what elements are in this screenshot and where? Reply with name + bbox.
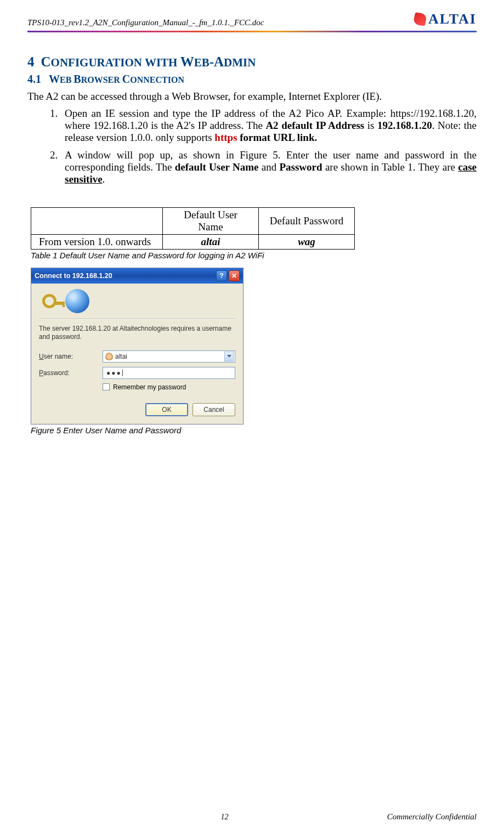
username-input[interactable]: altai bbox=[103, 350, 235, 363]
password-input[interactable]: ●●● bbox=[103, 367, 235, 379]
step-text-bold: 192.168.1.20 bbox=[377, 120, 432, 131]
keys-icon bbox=[39, 294, 69, 308]
auth-dialog: Connect to 192.168.1.20 ? ✕ The server 1… bbox=[31, 268, 243, 424]
step-text-red: https bbox=[214, 132, 237, 143]
subsection-title-part: B bbox=[73, 73, 81, 85]
step-text-bold: format URL link. bbox=[237, 132, 318, 143]
username-value: altai bbox=[115, 353, 224, 360]
table-cell-version: From version 1.0. onwards bbox=[31, 234, 163, 249]
table-header-empty bbox=[31, 207, 163, 234]
dialog-titlebar[interactable]: Connect to 192.168.1.20 ? ✕ bbox=[31, 268, 243, 284]
password-value: ●●● bbox=[106, 369, 122, 377]
step-text-bold: Password bbox=[279, 161, 322, 173]
dialog-title: Connect to 192.168.1.20 bbox=[35, 272, 112, 280]
globe-icon bbox=[65, 289, 89, 313]
help-icon[interactable]: ? bbox=[216, 270, 227, 281]
label-text: ser name: bbox=[44, 353, 73, 360]
header-divider bbox=[27, 31, 477, 32]
figure-caption: Figure 5 Enter User Name and Password bbox=[31, 426, 477, 435]
table-header-pass: Default Password bbox=[259, 207, 355, 234]
step-2: A window will pop up, as shown in Figure… bbox=[60, 149, 477, 185]
cancel-button[interactable]: Cancel bbox=[192, 403, 235, 416]
table-cell-user: altai bbox=[163, 234, 259, 249]
logo-mark-icon bbox=[413, 12, 427, 26]
subsection-title-part: ONNECTION bbox=[130, 75, 184, 84]
label-text: emember my password bbox=[118, 383, 186, 391]
subsection-title-part: ROWSER bbox=[81, 75, 122, 84]
ok-button[interactable]: OK bbox=[145, 403, 188, 416]
section-heading: 4CONFIGURATION WITH WEB-ADMIN bbox=[27, 54, 477, 70]
subsection-title-part: C bbox=[122, 73, 130, 85]
step-text: is bbox=[364, 120, 377, 131]
section-title-part: DMIN bbox=[224, 56, 256, 69]
logo: ALTAI bbox=[414, 11, 477, 27]
section-title-part: C bbox=[41, 54, 51, 69]
table-caption: Table 1 Default User Name and Password f… bbox=[31, 251, 477, 260]
step-text: are shown in Table 1. They are bbox=[322, 161, 458, 173]
section-title-part: EB bbox=[194, 56, 209, 69]
text-cursor-icon bbox=[122, 370, 123, 376]
table-row: Default User Name Default Password bbox=[31, 207, 355, 234]
remember-checkbox[interactable] bbox=[103, 383, 110, 390]
step-text: . bbox=[103, 173, 105, 185]
section-title-part: ONFIGURATION WITH bbox=[51, 56, 180, 69]
step-1: Open an IE session and type the IP addre… bbox=[60, 107, 477, 144]
user-icon bbox=[105, 353, 113, 360]
username-label: User name: bbox=[39, 353, 103, 360]
dialog-divider bbox=[39, 319, 235, 319]
chevron-down-icon[interactable] bbox=[224, 352, 234, 361]
subsection-heading: 4.1WEB BROWSER CONNECTION bbox=[27, 73, 477, 86]
table-cell-pass: wag bbox=[259, 234, 355, 249]
label-accel: R bbox=[113, 383, 118, 391]
section-number: 4 bbox=[27, 54, 35, 69]
step-text-bold: default User Name bbox=[175, 161, 259, 173]
step-text: and bbox=[258, 161, 279, 173]
page-number: 12 bbox=[82, 813, 367, 822]
step-text-bold: A2 default IP Address bbox=[265, 120, 364, 131]
label-accel: U bbox=[39, 353, 44, 360]
subsection-title-part: EB bbox=[60, 75, 73, 84]
logo-text: ALTAI bbox=[428, 11, 477, 27]
intro-text: The A2 can be accessed through a Web Bro… bbox=[27, 90, 477, 103]
subsection-title-part: W bbox=[49, 73, 60, 85]
label-accel: P bbox=[39, 369, 43, 377]
section-title-part: -A bbox=[209, 54, 224, 69]
footer-confidential: Commercially Confidential bbox=[367, 812, 477, 822]
section-title-part: W bbox=[180, 54, 194, 69]
close-icon[interactable]: ✕ bbox=[229, 270, 240, 281]
table-header-user: Default User Name bbox=[163, 207, 259, 234]
table-row: From version 1.0. onwards altai wag bbox=[31, 234, 355, 249]
subsection-number: 4.1 bbox=[27, 73, 41, 85]
password-label: Password: bbox=[39, 369, 103, 377]
doc-title: TPS10-013_rev1.2_A2N_Configuration_Manua… bbox=[27, 18, 264, 27]
dialog-message: The server 192.168.1.20 at Altaitechnolo… bbox=[39, 325, 235, 342]
label-text: assword: bbox=[43, 369, 70, 377]
credentials-table: Default User Name Default Password From … bbox=[31, 207, 355, 250]
remember-label[interactable]: Remember my password bbox=[113, 383, 186, 391]
